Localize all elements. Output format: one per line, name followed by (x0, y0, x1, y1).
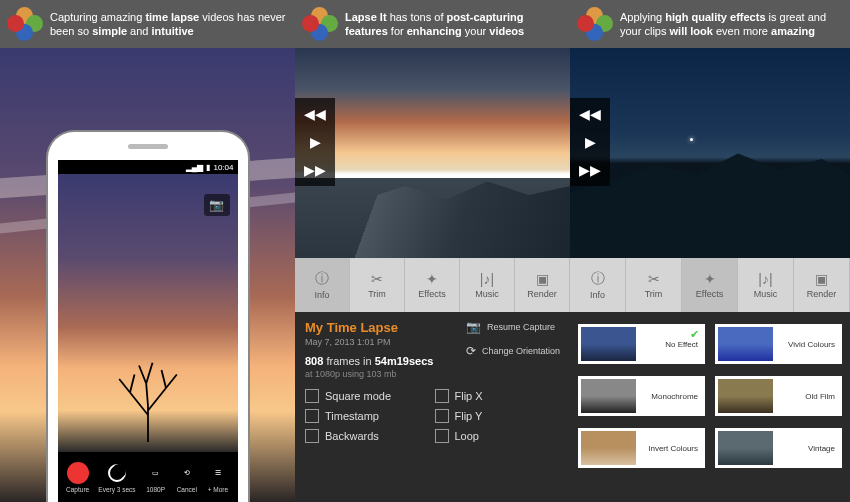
camera-viewfinder: 📷 (58, 174, 238, 452)
phone-screen: ▂▄▆ ▮ 10:04 📷 (58, 160, 238, 502)
effect-thumb (718, 431, 773, 465)
cancel-button[interactable]: ⟲ Cancel (176, 462, 198, 493)
effect-thumb (718, 379, 773, 413)
checkbox-backwards[interactable]: Backwards (305, 429, 431, 443)
tab-trim[interactable]: ✂Trim (626, 258, 682, 312)
info-icon: ⓘ (591, 270, 605, 288)
encoding-info: at 1080p using 103 mb (305, 369, 560, 379)
checkbox-loop[interactable]: Loop (435, 429, 561, 443)
svg-line-9 (146, 363, 152, 384)
promo-panel-edit: Lapse It has tons of post-capturing feat… (295, 0, 570, 502)
checkbox-flip-x[interactable]: Flip X (435, 389, 561, 403)
banner: Capturing amazing time lapse videos has … (0, 0, 295, 48)
tab-effects[interactable]: ✦Effects (682, 258, 738, 312)
render-icon: ▣ (815, 271, 828, 287)
effect-invert-colours[interactable]: Invert Colours (578, 428, 705, 468)
checkbox-icon (305, 429, 319, 443)
effect-thumb (581, 327, 636, 361)
phone-frame: ▂▄▆ ▮ 10:04 📷 (48, 132, 248, 502)
signal-icon: ▂▄▆ (186, 163, 204, 172)
tab-trim[interactable]: ✂Trim (350, 258, 405, 312)
svg-line-7 (146, 384, 148, 407)
effect-label: Monochrome (640, 392, 702, 401)
check-icon: ✔ (690, 328, 699, 341)
svg-line-1 (130, 393, 148, 416)
rewind-button[interactable]: ◀◀ (304, 106, 326, 122)
info-section: My Time Lapse May 7, 2013 1:01 PM 📷 Resu… (295, 312, 570, 502)
effect-thumb (581, 431, 636, 465)
resolution-button[interactable]: ▭ 1080P (145, 462, 167, 493)
checkbox-flip-y[interactable]: Flip Y (435, 409, 561, 423)
tab-render[interactable]: ▣Render (515, 258, 570, 312)
effect-old-film[interactable]: Old Film (715, 376, 842, 416)
editor-tabs: ⓘInfo✂Trim✦Effects|♪|Music▣Render (295, 258, 570, 312)
fast-forward-button[interactable]: ▶▶ (304, 162, 326, 178)
effect-label: Vivid Colours (777, 340, 839, 349)
effect-label: Invert Colours (640, 444, 702, 453)
effect-label: Vintage (777, 444, 839, 453)
effect-label: Old Film (777, 392, 839, 401)
music-icon: |♪| (758, 271, 772, 287)
undo-icon: ⟲ (176, 462, 198, 484)
resume-capture-button[interactable]: 📷 Resume Capture (466, 320, 560, 334)
rewind-button[interactable]: ◀◀ (579, 106, 601, 122)
effect-no-effect[interactable]: ✔No Effect (578, 324, 705, 364)
effects-icon: ✦ (426, 271, 438, 287)
battery-icon: ▮ (206, 163, 210, 172)
tab-music[interactable]: |♪|Music (460, 258, 515, 312)
tab-effects[interactable]: ✦Effects (405, 258, 460, 312)
banner: Applying high quality effects is great a… (570, 0, 850, 48)
record-icon (67, 462, 89, 484)
playback-controls: ◀◀ ▶ ▶▶ (570, 98, 610, 186)
tab-info[interactable]: ⓘInfo (295, 258, 350, 312)
banner-text: Capturing amazing time lapse videos has … (50, 10, 287, 39)
rotate-icon: ⟳ (466, 344, 476, 358)
playback-controls: ◀◀ ▶ ▶▶ (295, 98, 335, 186)
checkbox-icon (435, 389, 449, 403)
trim-icon: ✂ (371, 271, 383, 287)
sliders-icon: ☰ (207, 462, 229, 484)
interval-button[interactable]: Every 3 secs (98, 462, 135, 493)
resolution-icon: ▭ (145, 462, 167, 484)
effect-vintage[interactable]: Vintage (715, 428, 842, 468)
play-button[interactable]: ▶ (310, 134, 321, 150)
more-button[interactable]: ☰ + More (207, 462, 229, 493)
banner: Lapse It has tons of post-capturing feat… (295, 0, 570, 48)
camera-icon: 📷 (466, 320, 481, 334)
music-icon: |♪| (480, 271, 494, 287)
status-time: 10:04 (213, 163, 233, 172)
switch-camera-button[interactable]: 📷 (204, 194, 230, 216)
tab-info[interactable]: ⓘInfo (570, 258, 626, 312)
svg-line-3 (119, 379, 130, 393)
checkbox-icon (435, 409, 449, 423)
promo-panel-capture: Capturing amazing time lapse videos has … (0, 0, 295, 502)
effect-monochrome[interactable]: Monochrome (578, 376, 705, 416)
tab-render[interactable]: ▣Render (794, 258, 850, 312)
editor-tabs: ⓘInfo✂Trim✦Effects|♪|Music▣Render (570, 258, 850, 312)
effects-section: ✔No EffectVivid ColoursMonochromeOld Fil… (570, 312, 850, 502)
effect-thumb (718, 327, 773, 361)
svg-line-4 (130, 375, 135, 393)
tree-silhouette (103, 352, 193, 442)
effect-vivid-colours[interactable]: Vivid Colours (715, 324, 842, 364)
tab-music[interactable]: |♪|Music (738, 258, 794, 312)
fast-forward-button[interactable]: ▶▶ (579, 162, 601, 178)
video-preview[interactable]: ◀◀ ▶ ▶▶ (570, 48, 850, 258)
checkbox-timestamp[interactable]: Timestamp (305, 409, 431, 423)
info-icon: ⓘ (315, 270, 329, 288)
checkbox-icon (305, 389, 319, 403)
play-button[interactable]: ▶ (585, 134, 596, 150)
video-preview[interactable]: ◀◀ ▶ ▶▶ (295, 48, 570, 258)
svg-line-6 (161, 370, 166, 388)
banner-text: Applying high quality effects is great a… (620, 10, 842, 39)
timer-icon (108, 464, 126, 482)
app-logo-icon (8, 7, 42, 41)
checkbox-square-mode[interactable]: Square mode (305, 389, 431, 403)
capture-toolbar: Capture Every 3 secs ▭ 1080P ⟲ Cancel ☰ … (58, 452, 238, 502)
svg-line-5 (166, 375, 177, 389)
banner-text: Lapse It has tons of post-capturing feat… (345, 10, 562, 39)
capture-button[interactable]: Capture (66, 462, 89, 493)
app-logo-icon (578, 7, 612, 41)
change-orientation-button[interactable]: ⟳ Change Orientation (466, 344, 560, 358)
star-icon (690, 138, 693, 141)
